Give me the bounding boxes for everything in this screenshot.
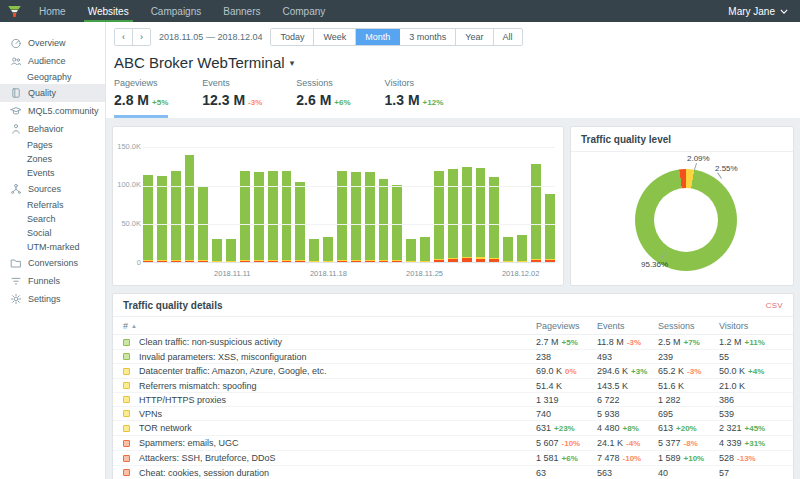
bar-2018.11.28[interactable] bbox=[462, 137, 472, 263]
cell-value: 239 bbox=[658, 352, 673, 362]
bar-2018.11.11[interactable] bbox=[226, 137, 236, 263]
sidebar-item-overview[interactable]: Overview bbox=[0, 34, 105, 52]
site-selector[interactable]: ABC Broker WebTerminal ▾ bbox=[114, 54, 792, 71]
bar-2018.11.16[interactable] bbox=[295, 137, 305, 263]
period-button-week[interactable]: Week bbox=[314, 29, 356, 45]
x-axis-slot bbox=[445, 269, 459, 279]
bar-2018.11.14[interactable] bbox=[268, 137, 278, 263]
nav-item-home[interactable]: Home bbox=[28, 0, 77, 22]
bar-2018.11.22[interactable] bbox=[379, 137, 389, 263]
cell-change: +20% bbox=[676, 424, 697, 433]
bar-2018.11.23[interactable] bbox=[392, 137, 402, 263]
sidebar-item-search[interactable]: Search bbox=[0, 212, 105, 226]
cell-change: -4% bbox=[626, 439, 640, 448]
cell-value: 57 bbox=[719, 468, 729, 478]
bar-2018.11.27[interactable] bbox=[448, 137, 458, 263]
metric-change: -3% bbox=[248, 98, 262, 107]
sidebar-item-utm-marked[interactable]: UTM-marked bbox=[0, 240, 105, 254]
bar-2018.11.13[interactable] bbox=[254, 137, 264, 263]
bar-2018.11.30[interactable] bbox=[489, 137, 499, 263]
x-axis-slot bbox=[239, 269, 253, 279]
sidebar-item-conversions[interactable]: Conversions bbox=[0, 254, 105, 272]
bar-2018.11.07[interactable] bbox=[171, 137, 181, 263]
bar-2018.11.08[interactable] bbox=[185, 137, 195, 263]
donut-chart: 2.09% 2.55% 95.36% bbox=[571, 152, 793, 282]
metric-events[interactable]: Events12.3 M-3% bbox=[202, 78, 262, 118]
sidebar-item-social[interactable]: Social bbox=[0, 226, 105, 240]
user-menu[interactable]: Mary Jane bbox=[728, 0, 800, 22]
metric-visitors[interactable]: Visitors1.3 M+12% bbox=[385, 78, 444, 118]
bar-2018.12.01[interactable] bbox=[503, 137, 513, 263]
leader-line bbox=[717, 172, 722, 178]
bar-2018.11.21[interactable] bbox=[365, 137, 375, 263]
bar-2018.11.29[interactable] bbox=[476, 137, 486, 263]
next-period-button[interactable]: › bbox=[133, 29, 150, 45]
metric-sessions[interactable]: Sessions2.6 M+6% bbox=[296, 78, 350, 118]
cell-visitors: 2 321+45% bbox=[719, 423, 783, 434]
sidebar-item-audience[interactable]: Audience bbox=[0, 52, 105, 70]
sidebar-item-events[interactable]: Events bbox=[0, 166, 105, 180]
grad-cap-icon bbox=[10, 105, 22, 117]
cell-value: 1 282 bbox=[658, 395, 681, 405]
bar-2018.11.17[interactable] bbox=[309, 137, 319, 263]
cell-sessions: 695 bbox=[658, 409, 719, 419]
severity-green-icon bbox=[123, 339, 130, 346]
x-axis-slot bbox=[267, 269, 281, 279]
bar-2018.12.03[interactable] bbox=[531, 137, 541, 263]
bar-2018.11.18[interactable] bbox=[323, 137, 333, 263]
sidebar-item-geography[interactable]: Geography bbox=[0, 70, 105, 84]
sidebar-item-funnels[interactable]: Funnels bbox=[0, 272, 105, 290]
sidebar-item-referrals[interactable]: Referrals bbox=[0, 198, 105, 212]
bar-2018.11.20[interactable] bbox=[351, 137, 361, 263]
column-header-[interactable]: #▲ bbox=[123, 321, 536, 331]
row-label: Attackers: SSH, Bruteforce, DDoS bbox=[139, 453, 276, 463]
sidebar-item-quality[interactable]: Quality bbox=[0, 84, 105, 102]
bar-2018.11.09[interactable] bbox=[198, 137, 208, 263]
bar-2018.11.25[interactable] bbox=[420, 137, 430, 263]
bar-2018.11.15[interactable] bbox=[282, 137, 292, 263]
cell-change: +8% bbox=[623, 424, 639, 433]
prev-period-button[interactable]: ‹ bbox=[115, 29, 133, 45]
period-button-all[interactable]: All bbox=[494, 29, 522, 45]
csv-export-link[interactable]: CSV bbox=[766, 301, 783, 310]
x-axis-slot bbox=[473, 269, 487, 279]
date-range[interactable]: 2018.11.05 — 2018.12.04 bbox=[159, 32, 262, 42]
bar-2018.11.24[interactable] bbox=[406, 137, 416, 263]
bar-2018.11.05[interactable] bbox=[143, 137, 153, 263]
sidebar-item-zones[interactable]: Zones bbox=[0, 152, 105, 166]
cell-value: 63 bbox=[536, 468, 546, 478]
metric-label: Sessions bbox=[296, 78, 350, 88]
period-button-3-months[interactable]: 3 months bbox=[400, 29, 456, 45]
row-label-cell: Clean traffic: non-suspicious activity bbox=[123, 337, 536, 347]
period-button-today[interactable]: Today bbox=[271, 29, 314, 45]
sidebar-item-behavior[interactable]: Behavior bbox=[0, 120, 105, 138]
bar-segment-clean-traffic bbox=[157, 176, 167, 260]
cell-value: 631 bbox=[536, 423, 551, 433]
nav-item-websites[interactable]: Websites bbox=[77, 0, 140, 22]
bar-2018.11.12[interactable] bbox=[240, 137, 250, 263]
nav-item-campaigns[interactable]: Campaigns bbox=[140, 0, 213, 22]
bar-2018.11.06[interactable] bbox=[157, 137, 167, 263]
nav-item-company[interactable]: Company bbox=[271, 0, 336, 22]
metric-label: Events bbox=[202, 78, 262, 88]
row-label: Cheat: cookies, session duration bbox=[139, 468, 269, 478]
sidebar-item-sources[interactable]: Sources bbox=[0, 180, 105, 198]
bar-2018.12.02[interactable] bbox=[517, 137, 527, 263]
bar-2018.12.04[interactable] bbox=[545, 137, 555, 263]
sidebar-item-pages[interactable]: Pages bbox=[0, 138, 105, 152]
sidebar-item-settings[interactable]: Settings bbox=[0, 290, 105, 308]
period-button-month[interactable]: Month bbox=[356, 29, 400, 45]
bar-2018.11.10[interactable] bbox=[212, 137, 222, 263]
sidebar-item-mql5-community[interactable]: MQL5.community bbox=[0, 102, 105, 120]
y-axis-label: 50.0K bbox=[115, 219, 141, 228]
cell-value: 695 bbox=[658, 409, 673, 419]
bar-2018.11.19[interactable] bbox=[337, 137, 347, 263]
period-button-year[interactable]: Year bbox=[456, 29, 493, 45]
cell-change: +5% bbox=[562, 338, 578, 347]
cell-change: +31% bbox=[745, 439, 766, 448]
nav-item-banners[interactable]: Banners bbox=[212, 0, 271, 22]
metric-pageviews[interactable]: Pageviews2.8 M+5% bbox=[114, 78, 168, 118]
table-header-row: #▲PageviewsEventsSessionsVisitors bbox=[113, 317, 793, 335]
bar-2018.11.26[interactable] bbox=[434, 137, 444, 263]
cell-change: +23% bbox=[554, 424, 575, 433]
